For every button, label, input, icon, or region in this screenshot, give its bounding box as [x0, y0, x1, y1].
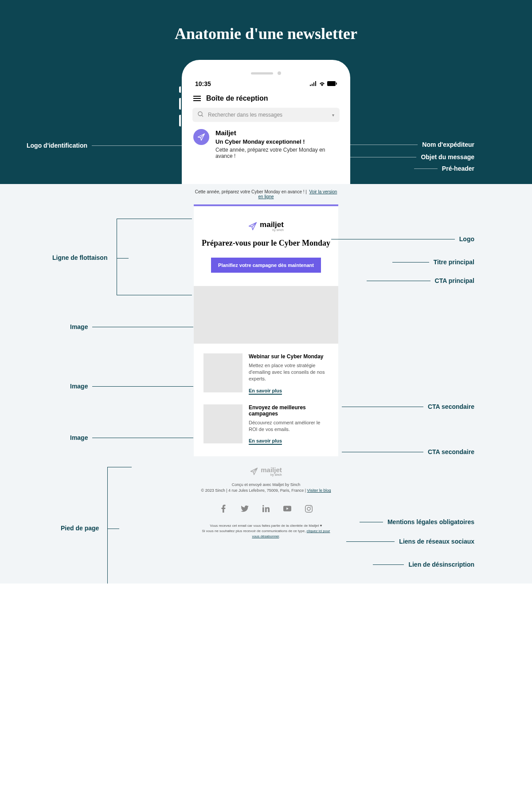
- article-text: Mettez en place votre stratégie d'emaili…: [249, 362, 329, 383]
- top-line: Cette année, préparez votre Cyber Monday…: [194, 184, 338, 204]
- annotation-unsub: Lien de désinscription: [373, 561, 474, 568]
- unsubscribe-text: Vous recevez cet email car vous faites p…: [198, 523, 334, 548]
- facebook-icon[interactable]: [219, 505, 227, 513]
- secondary-cta-link[interactable]: En savoir plus: [249, 438, 282, 445]
- page-title: Anatomie d'une newsletter: [0, 0, 532, 43]
- svg-rect-8: [262, 507, 264, 512]
- svg-rect-5: [336, 82, 337, 85]
- hero-image-placeholder: [194, 286, 338, 344]
- search-placeholder: Rechercher dans les messages: [208, 112, 328, 118]
- annotation-cta-secondary-1: CTA secondaire: [342, 403, 474, 410]
- svg-point-9: [262, 505, 264, 507]
- twitter-icon[interactable]: [241, 505, 249, 513]
- svg-point-6: [198, 112, 202, 116]
- annotation-sender-name: Nom d'expéditeur: [290, 141, 474, 148]
- phone-time: 10:35: [195, 80, 211, 87]
- annotation-image-hero: Image: [70, 323, 193, 330]
- footer-line-2: © 2023 Sinch | 4 rue Jules Lefebvre, 750…: [198, 488, 334, 493]
- sender-avatar-icon: [193, 129, 209, 145]
- annotation-cta-primary: CTA principal: [367, 277, 474, 284]
- linkedin-icon[interactable]: [262, 505, 270, 513]
- annotation-preheader: Pré-header: [414, 165, 474, 172]
- blog-link[interactable]: Visiter le blog: [307, 488, 331, 493]
- youtube-icon[interactable]: [283, 505, 291, 513]
- annotation-logo: Logo: [331, 235, 474, 243]
- annotation-fold: Ligne de flottaison: [52, 254, 107, 261]
- article-image-placeholder: [203, 404, 243, 443]
- secondary-cta-link[interactable]: En savoir plus: [249, 388, 282, 395]
- annotation-cta-secondary-2: CTA secondaire: [342, 448, 474, 455]
- wifi-icon: [319, 80, 325, 87]
- article-title: Webinar sur le Cyber Monday: [249, 353, 329, 360]
- annotation-image-1: Image: [70, 383, 193, 390]
- svg-rect-11: [305, 505, 312, 513]
- newsletter-h1: Préparez-vous pour le Cyber Monday: [194, 239, 338, 248]
- footer-line-1: Conçu et envoyé avec Mailjet by Sinch: [198, 482, 334, 487]
- inbox-title: Boîte de réception: [206, 94, 268, 102]
- search-icon: [198, 111, 203, 118]
- mailjet-logo: mailjet by sinch: [248, 220, 284, 231]
- svg-point-13: [310, 506, 311, 507]
- footer-mailjet-logo: mailjet by sinch: [250, 466, 282, 476]
- article-text: Découvrez comment améliorer le ROI de vo…: [249, 419, 329, 433]
- search-input[interactable]: Rechercher dans les messages ▾: [192, 108, 340, 122]
- email-sender: Mailjet: [215, 129, 339, 137]
- newsletter: Cette année, préparez votre Cyber Monday…: [194, 184, 338, 548]
- article-title: Envoyez de meilleures campagnes: [249, 404, 329, 417]
- newsletter-footer: mailjet by sinch Conçu et envoyé avec Ma…: [194, 456, 338, 548]
- instagram-icon[interactable]: [305, 505, 313, 513]
- svg-rect-3: [315, 81, 316, 86]
- email-preheader: Cette année, préparez votre Cyber Monday…: [215, 147, 339, 159]
- svg-rect-0: [310, 85, 311, 86]
- svg-line-7: [202, 115, 203, 117]
- svg-rect-2: [313, 82, 314, 86]
- dropdown-caret-icon: ▾: [332, 113, 334, 118]
- annotation-subject: Objet du message: [342, 153, 474, 161]
- svg-rect-1: [312, 84, 313, 86]
- phone-frame: 10:35 Boîte de réception Rechercher dans…: [182, 60, 350, 184]
- svg-point-12: [307, 507, 310, 510]
- annotation-title: Titre principal: [392, 259, 474, 266]
- battery-icon: [327, 80, 337, 87]
- annotation-image-2: Image: [70, 434, 193, 441]
- hamburger-icon[interactable]: [193, 96, 201, 101]
- annotation-footer: Pied de page: [61, 525, 99, 532]
- signal-icon: [310, 80, 317, 87]
- primary-cta-button[interactable]: Planifiez votre campagne dès maintenant: [211, 258, 321, 273]
- svg-rect-4: [327, 81, 336, 86]
- annotation-logo-id: Logo d'identification: [27, 142, 186, 149]
- annotation-social: Liens de réseaux sociaux: [346, 538, 474, 545]
- annotation-legal: Mentions légales obligatoires: [360, 518, 474, 525]
- article-image-placeholder: [203, 353, 243, 392]
